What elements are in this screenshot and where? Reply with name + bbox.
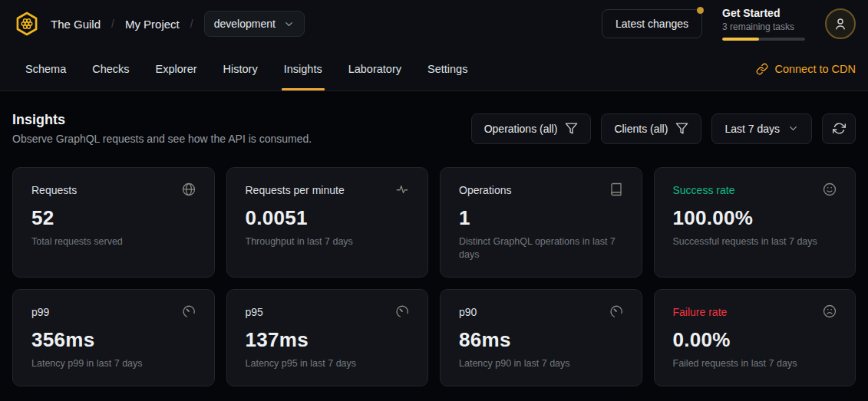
stat-card-p95: p95 137ms Latency p95 in last 7 days [226, 289, 429, 386]
stat-card-value: 0.0051 [246, 206, 410, 230]
date-range-select[interactable]: Last 7 days [711, 113, 812, 144]
breadcrumb-org[interactable]: The Guild [51, 18, 101, 31]
hive-logo-icon [12, 9, 41, 38]
breadcrumb-separator: / [111, 18, 114, 30]
chevron-down-icon [787, 123, 799, 134]
stat-card-value: 137ms [246, 328, 410, 352]
refresh-icon [833, 122, 846, 135]
target-select[interactable]: development [204, 11, 305, 37]
stat-card-value: 86ms [459, 328, 623, 352]
stat-card-description: Latency p95 in last 7 days [246, 357, 410, 370]
hive-logo[interactable] [12, 9, 41, 38]
gauge-icon [182, 304, 196, 321]
stat-card-value: 0.00% [673, 328, 837, 352]
stat-card-value: 356ms [31, 328, 196, 352]
clients-filter-label: Clients (all) [614, 123, 668, 135]
tab-checks[interactable]: Checks [79, 48, 142, 90]
stat-card-success-rate: Success rate 100.00% Successful requests… [654, 167, 856, 278]
tab-navigation: Schema Checks Explorer History Insights … [0, 48, 868, 91]
tab-laboratory[interactable]: Laboratory [335, 48, 414, 90]
activity-icon [395, 182, 409, 199]
breadcrumb: The Guild / My Project / development [51, 11, 305, 37]
stat-card-description: Total requests served [31, 235, 196, 248]
stat-cards-grid: Requests 52 Total requests served Reques… [12, 167, 856, 386]
book-icon [609, 182, 623, 199]
avatar[interactable] [825, 8, 856, 39]
date-range-label: Last 7 days [724, 123, 780, 135]
filter-icon [565, 122, 578, 135]
stat-card-failure-rate: Failure rate 0.00% Failed requests in la… [654, 289, 856, 386]
stat-card-p99: p99 356ms Latency p99 in last 7 days [12, 289, 215, 386]
tab-schema[interactable]: Schema [12, 48, 79, 90]
frown-icon [823, 304, 837, 321]
stat-card-value: 52 [31, 206, 196, 230]
app-header: The Guild / My Project / development Lat… [0, 0, 868, 48]
tab-explorer[interactable]: Explorer [143, 48, 210, 90]
link-icon [756, 63, 768, 75]
gauge-icon [395, 304, 409, 321]
stat-card-requests-per-minute: Requests per minute 0.0051 Throughput in… [226, 167, 429, 278]
section-titles: Insights Observe GraphQL requests and se… [12, 112, 312, 145]
get-started-title: Get Started [722, 7, 805, 19]
stat-card-value: 1 [459, 206, 623, 230]
latest-changes-label: Latest changes [616, 18, 688, 30]
gauge-icon [609, 304, 623, 321]
stat-card-title: Failure rate [673, 304, 728, 318]
clients-filter-button[interactable]: Clients (all) [601, 113, 701, 144]
stat-card-description: Distinct GraphQL operations in last 7 da… [459, 235, 623, 261]
stat-card-p90: p90 86ms Latency p90 in last 7 days [440, 289, 642, 386]
filter-icon [675, 122, 688, 135]
insights-page: Insights Observe GraphQL requests and se… [0, 91, 868, 401]
stat-card-title: p95 [246, 304, 263, 318]
page-subtitle: Observe GraphQL requests and see how the… [12, 133, 312, 145]
tab-history[interactable]: History [210, 48, 271, 90]
smile-icon [823, 182, 837, 199]
stat-card-description: Latency p99 in last 7 days [31, 357, 196, 370]
stat-card-title: p90 [459, 304, 477, 318]
stat-card-description: Successful requests in last 7 days [673, 235, 837, 248]
tab-settings[interactable]: Settings [414, 48, 480, 90]
stat-card-description: Latency p90 in last 7 days [459, 357, 623, 370]
get-started-progress-fill [722, 38, 759, 41]
notification-dot [697, 7, 704, 14]
breadcrumb-separator: / [190, 18, 193, 30]
filter-bar: Operations (all) Clients (all) Last 7 da… [471, 113, 856, 144]
stat-card-description: Throughput in last 7 days [246, 235, 410, 248]
stat-card-title: Success rate [673, 182, 735, 196]
get-started-progress [722, 38, 805, 41]
stat-card-title: Requests [31, 182, 77, 196]
get-started-widget[interactable]: Get Started 3 remaining tasks [722, 7, 805, 41]
stat-card-operations: Operations 1 Distinct GraphQL operations… [440, 167, 642, 278]
stat-card-title: Operations [459, 182, 511, 196]
stat-card-title: Requests per minute [246, 182, 345, 196]
connect-to-cdn-link[interactable]: Connect to CDN [756, 48, 856, 90]
tab-insights[interactable]: Insights [271, 48, 335, 90]
breadcrumb-project[interactable]: My Project [125, 18, 180, 31]
target-select-value: development [214, 18, 276, 30]
stat-card-value: 100.00% [673, 206, 837, 230]
latest-changes-button[interactable]: Latest changes [602, 9, 702, 38]
section-header: Insights Observe GraphQL requests and se… [12, 112, 856, 145]
stat-card-title: p99 [31, 304, 49, 318]
stat-card-requests: Requests 52 Total requests served [12, 167, 215, 278]
user-icon [833, 17, 847, 31]
globe-icon [182, 182, 196, 199]
page-title: Insights [12, 112, 312, 128]
chevron-down-icon [283, 18, 295, 30]
operations-filter-button[interactable]: Operations (all) [471, 113, 592, 144]
refresh-button[interactable] [822, 113, 856, 144]
stat-card-description: Failed requests in last 7 days [673, 357, 837, 370]
header-right: Latest changes Get Started 3 remaining t… [602, 7, 856, 41]
get-started-subtitle: 3 remaining tasks [722, 21, 805, 32]
operations-filter-label: Operations (all) [484, 123, 558, 135]
connect-to-cdn-label: Connect to CDN [774, 63, 856, 75]
